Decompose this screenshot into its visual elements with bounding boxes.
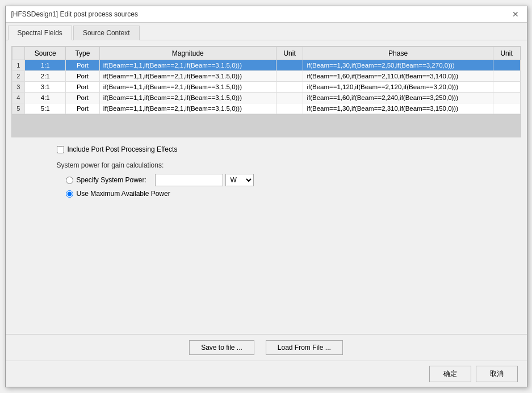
cell-source: 5:1 [25, 103, 66, 114]
file-buttons-bar: Save to file ... Load From File ... [6, 334, 527, 361]
power-unit-select[interactable]: W mW dBm dBW [225, 174, 254, 186]
cell-unit-phase [493, 82, 520, 93]
save-to-file-button[interactable]: Save to file ... [189, 340, 254, 355]
col-header-unit-phase: Unit [493, 47, 520, 60]
include-port-effects-label: Include Port Post Processing Effects [68, 145, 178, 153]
sources-table-container: Source Type Magnitude Unit Phase Unit 11… [11, 46, 521, 115]
cell-type: Port [66, 71, 100, 82]
cell-unit-phase [493, 71, 520, 82]
sources-table: Source Type Magnitude Unit Phase Unit 11… [12, 47, 521, 114]
cell-unit-mag [276, 71, 303, 82]
cell-rownum: 1 [12, 60, 25, 71]
cell-phase: if(Beam==1,120,if(Beam==2,120,if(Beam==3… [303, 82, 493, 93]
cell-rownum: 4 [12, 93, 25, 103]
tab-spectral-fields[interactable]: Spectral Fields [8, 26, 72, 40]
col-header-phase: Phase [303, 47, 493, 60]
cell-magnitude: if(Beam==1,1,if(Beam==2,1,if(Beam==3,1.5… [99, 103, 276, 114]
cell-type: Port [66, 82, 100, 93]
load-from-file-button[interactable]: Load From File ... [266, 340, 343, 355]
table-row[interactable]: 55:1Portif(Beam==1,1,if(Beam==2,1,if(Bea… [12, 103, 520, 114]
table-row[interactable]: 11:1Portif(Beam==1,1,if(Beam==2,1,if(Bea… [12, 60, 520, 71]
col-header-unit-mag: Unit [276, 47, 303, 60]
table-row[interactable]: 44:1Portif(Beam==1,1,if(Beam==2,1,if(Bea… [12, 93, 520, 103]
power-value-input[interactable]: 1 [155, 174, 223, 186]
col-header-source: Source [25, 47, 66, 60]
cell-type: Port [66, 103, 100, 114]
cell-source: 4:1 [25, 93, 66, 103]
cell-magnitude: if(Beam==1,1,if(Beam==2,1,if(Beam==3,1.5… [99, 71, 276, 82]
cell-magnitude: if(Beam==1,1,if(Beam==2,1,if(Beam==3,1.5… [99, 60, 276, 71]
table-row[interactable]: 33:1Portif(Beam==1,1,if(Beam==2,1,if(Bea… [12, 82, 520, 93]
cancel-button[interactable]: 取消 [476, 366, 518, 382]
cell-magnitude: if(Beam==1,1,if(Beam==2,1,if(Beam==3,1.5… [99, 93, 276, 103]
system-power-section: System power for gain calculations: Spec… [57, 161, 510, 198]
cell-type: Port [66, 93, 100, 103]
cell-unit-mag [276, 82, 303, 93]
close-button[interactable]: ✕ [510, 10, 521, 19]
cell-phase: if(Beam==1,60,if(Beam==2,110,if(Beam==3,… [303, 71, 493, 82]
specify-power-label: Specify System Power: [77, 176, 150, 184]
cell-phase: if(Beam==1,30,if(Beam==2,310,if(Beam==3,… [303, 103, 493, 114]
cell-magnitude: if(Beam==1,1,if(Beam==2,1,if(Beam==3,1.5… [99, 82, 276, 93]
cell-phase: if(Beam==1,30,if(Beam==2,50,if(Beam==3,2… [303, 60, 493, 71]
main-dialog: [HFSSDesign1] Edit post process sources … [5, 6, 527, 387]
col-header-rownum [12, 47, 25, 60]
main-content: Source Type Magnitude Unit Phase Unit 11… [6, 40, 527, 334]
window-title: [HFSSDesign1] Edit post process sources [11, 10, 138, 18]
cell-source: 3:1 [25, 82, 66, 93]
empty-area [11, 115, 521, 137]
table-row[interactable]: 22:1Portif(Beam==1,1,if(Beam==2,1,if(Bea… [12, 71, 520, 82]
cell-type: Port [66, 60, 100, 71]
use-max-power-label: Use Maximum Available Power [77, 190, 170, 198]
include-port-effects-row: Include Port Post Processing Effects [57, 145, 510, 153]
cell-unit-mag [276, 93, 303, 103]
cell-unit-mag [276, 103, 303, 114]
col-header-magnitude: Magnitude [99, 47, 276, 60]
use-max-power-radio[interactable] [66, 190, 73, 198]
cell-rownum: 5 [12, 103, 25, 114]
use-max-power-row: Use Maximum Available Power [66, 190, 510, 198]
confirm-button[interactable]: 确定 [429, 366, 471, 382]
cell-unit-phase [493, 103, 520, 114]
tab-source-context[interactable]: Source Context [73, 26, 140, 40]
col-header-type: Type [66, 47, 100, 60]
specify-power-radio[interactable] [66, 177, 73, 184]
cell-unit-phase [493, 93, 520, 103]
cell-unit-phase [493, 60, 520, 71]
confirm-row: 确定 取消 [6, 361, 527, 387]
cell-source: 2:1 [25, 71, 66, 82]
system-power-label: System power for gain calculations: [57, 161, 510, 169]
tab-bar: Spectral Fields Source Context [6, 23, 527, 40]
cell-rownum: 3 [12, 82, 25, 93]
cell-unit-mag [276, 60, 303, 71]
title-bar: [HFSSDesign1] Edit post process sources … [6, 6, 527, 23]
cell-rownum: 2 [12, 71, 25, 82]
options-area: Include Port Post Processing Effects Sys… [11, 137, 521, 334]
cell-phase: if(Beam==1,60,if(Beam==2,240,if(Beam==3,… [303, 93, 493, 103]
cell-source: 1:1 [25, 60, 66, 71]
include-port-effects-checkbox[interactable] [57, 146, 64, 153]
